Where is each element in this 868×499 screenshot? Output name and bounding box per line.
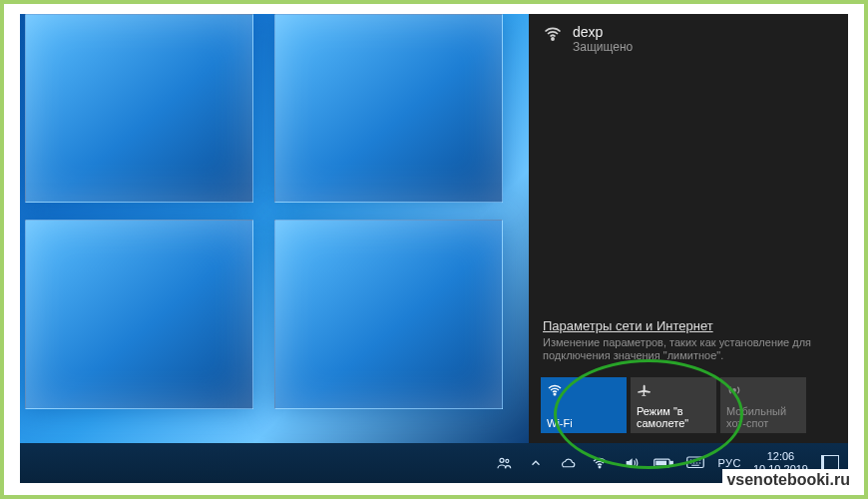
onedrive-icon[interactable] — [558, 453, 578, 473]
network-settings-section: Параметры сети и Интернет Изменение пара… — [529, 316, 848, 370]
tile-wifi-label: Wi-Fi — [547, 417, 621, 429]
desktop-wallpaper[interactable] — [20, 14, 539, 443]
watermark: vsenotebooki.ru — [722, 469, 854, 491]
svg-point-0 — [552, 38, 554, 40]
svg-point-1 — [554, 393, 556, 395]
desktop-area: dexp Защищено Параметры сети и Интернет … — [20, 14, 848, 483]
svg-rect-8 — [656, 461, 667, 466]
tile-airplane-mode[interactable]: Режим "в самолете" — [631, 377, 716, 433]
airplane-icon — [637, 382, 652, 398]
wifi-icon — [547, 382, 563, 398]
network-status: Защищено — [573, 40, 633, 54]
battery-icon[interactable] — [653, 453, 673, 473]
volume-icon[interactable] — [622, 453, 642, 473]
tile-hotspot-label: Мобильный хот-спот — [726, 405, 800, 429]
tile-mobile-hotspot[interactable]: Мобильный хот-спот — [720, 377, 806, 433]
svg-rect-9 — [687, 457, 704, 468]
wifi-icon — [543, 24, 563, 54]
network-item[interactable]: dexp Защищено — [529, 14, 848, 60]
network-tray-icon[interactable] — [590, 453, 610, 473]
svg-point-3 — [500, 458, 504, 462]
input-indicator-icon[interactable] — [685, 453, 705, 473]
svg-point-2 — [733, 389, 736, 392]
language-indicator[interactable]: РУС — [717, 457, 741, 469]
tray-chevron-up-icon[interactable] — [526, 453, 546, 473]
svg-point-5 — [600, 466, 602, 468]
svg-point-4 — [506, 459, 509, 462]
network-flyout: dexp Защищено Параметры сети и Интернет … — [529, 14, 848, 443]
tile-airplane-label: Режим "в самолете" — [637, 405, 710, 429]
page-frame: dexp Защищено Параметры сети и Интернет … — [0, 0, 868, 499]
people-icon[interactable] — [494, 453, 514, 473]
svg-rect-7 — [670, 461, 672, 464]
quick-tiles: Wi-Fi Режим "в самолете" — [529, 369, 848, 443]
taskbar-time: 12:06 — [753, 450, 808, 463]
tile-wifi[interactable]: Wi-Fi — [541, 377, 627, 433]
network-name: dexp — [573, 24, 633, 40]
network-settings-description: Изменение параметров, таких как установл… — [543, 336, 834, 364]
network-settings-link[interactable]: Параметры сети и Интернет — [543, 318, 713, 333]
hotspot-icon — [726, 382, 742, 398]
